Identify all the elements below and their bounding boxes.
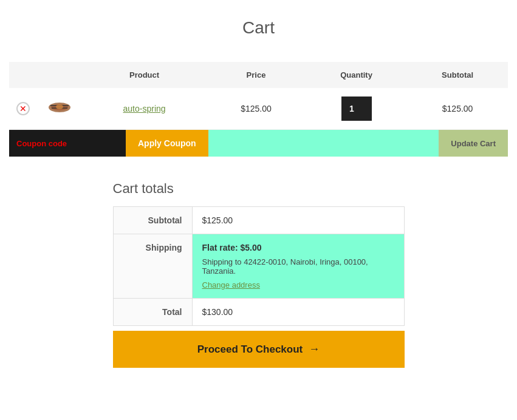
svg-point-4 bbox=[56, 104, 63, 109]
table-row: ✕ auto-spring bbox=[9, 88, 508, 130]
change-address-link[interactable]: Change address bbox=[202, 280, 394, 290]
shipping-row: Shipping Flat rate: $5.00 Shipping to 42… bbox=[113, 234, 404, 299]
checkout-button-label: Proceed To Checkout bbox=[197, 344, 303, 356]
proceed-to-checkout-button[interactable]: Proceed To Checkout → bbox=[113, 331, 405, 368]
quantity-header: Quantity bbox=[306, 62, 407, 88]
subtotal-header: Subtotal bbox=[407, 62, 508, 88]
subtotal-cell: $125.00 bbox=[407, 88, 508, 130]
apply-coupon-button[interactable]: Apply Coupon bbox=[126, 130, 208, 157]
coupon-row: Apply Coupon Update Cart bbox=[9, 130, 508, 157]
image-header bbox=[37, 62, 82, 88]
checkout-btn-container: Proceed To Checkout → bbox=[113, 331, 405, 368]
remove-cell: ✕ bbox=[9, 88, 37, 130]
quantity-input[interactable] bbox=[341, 97, 372, 121]
shipping-address: Shipping to 42422-0010, Nairobi, Iringa,… bbox=[202, 257, 394, 276]
totals-table: Subtotal $125.00 Shipping Flat rate: $5.… bbox=[113, 206, 405, 326]
price-header: Price bbox=[207, 62, 306, 88]
coupon-spacer bbox=[208, 130, 439, 157]
subtotal-value: $125.00 bbox=[192, 207, 404, 234]
remove-header bbox=[9, 62, 37, 88]
remove-item-button[interactable]: ✕ bbox=[16, 102, 30, 115]
subtotal-label: Subtotal bbox=[113, 207, 192, 234]
page-title: Cart bbox=[9, 12, 508, 38]
price-cell: $125.00 bbox=[207, 88, 306, 130]
product-name-cell: auto-spring bbox=[82, 88, 207, 130]
total-value: $130.00 bbox=[192, 299, 404, 326]
shipping-details-cell: Flat rate: $5.00 Shipping to 42422-0010,… bbox=[192, 234, 404, 299]
product-header: Product bbox=[82, 62, 207, 88]
total-row: Total $130.00 bbox=[113, 299, 404, 326]
shipping-label: Shipping bbox=[113, 234, 192, 299]
arrow-icon: → bbox=[309, 343, 320, 356]
cart-totals-section: Cart totals Subtotal $125.00 Shipping Fl… bbox=[9, 181, 508, 368]
product-image bbox=[44, 97, 75, 118]
total-label: Total bbox=[113, 299, 192, 326]
subtotal-row: Subtotal $125.00 bbox=[113, 207, 404, 234]
product-image-cell bbox=[37, 88, 82, 130]
shipping-flat-rate: Flat rate: $5.00 bbox=[202, 243, 394, 252]
table-header-row: Product Price Quantity Subtotal bbox=[9, 62, 508, 88]
coupon-input[interactable] bbox=[9, 130, 126, 157]
cart-totals-title: Cart totals bbox=[113, 181, 405, 197]
quantity-cell bbox=[306, 88, 407, 130]
product-link[interactable]: auto-spring bbox=[123, 104, 166, 113]
update-cart-button[interactable]: Update Cart bbox=[439, 130, 508, 157]
cart-table: Product Price Quantity Subtotal ✕ bbox=[9, 62, 508, 130]
